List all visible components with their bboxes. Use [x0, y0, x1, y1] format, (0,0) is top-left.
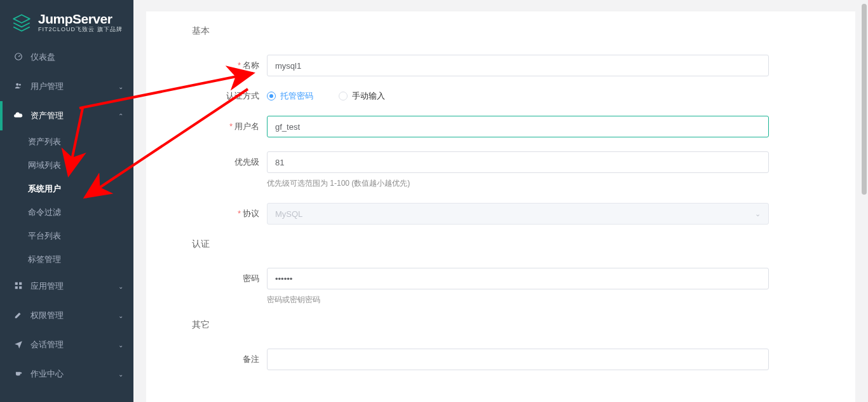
- auth-method-radio-group: 托管密码 手动输入: [267, 90, 769, 102]
- sidebar: JumpServer FIT2CLOUD飞致云 旗下品牌 仪表盘 用户管理 ⌄: [0, 0, 133, 402]
- svg-point-2: [16, 83, 18, 85]
- row-username: *用户名: [172, 116, 830, 137]
- chevron-down-icon: ⌄: [118, 283, 123, 290]
- sidebar-nav: 仪表盘 用户管理 ⌄ 资产管理 ⌃ 资产列表 网域列表 系统用户 命令过: [0, 43, 133, 389]
- priority-input[interactable]: [267, 151, 769, 173]
- sidebar-sub-domain-list[interactable]: 网域列表: [0, 154, 133, 177]
- brand-block[interactable]: JumpServer FIT2CLOUD飞致云 旗下品牌: [0, 0, 133, 43]
- sidebar-item-assets[interactable]: 资产管理 ⌃: [0, 101, 133, 130]
- sidebar-label: 作业中心: [31, 368, 64, 380]
- sidebar-item-dashboard[interactable]: 仪表盘: [0, 43, 133, 72]
- cup-icon: [14, 369, 24, 380]
- row-name: *名称: [172, 55, 830, 76]
- grid-icon: [14, 281, 24, 292]
- remark-input[interactable]: [267, 349, 769, 370]
- protocol-value: MySQL: [275, 209, 302, 219]
- svg-point-3: [19, 83, 21, 85]
- sidebar-item-perms[interactable]: 权限管理 ⌄: [0, 301, 133, 330]
- sidebar-sub-tag-mgmt[interactable]: 标签管理: [0, 248, 133, 272]
- label-remark: 备注: [172, 354, 267, 365]
- sidebar-label: 用户管理: [31, 81, 64, 92]
- section-auth-title: 认证: [192, 239, 830, 250]
- scrollbar[interactable]: [862, 4, 867, 398]
- scrollbar-thumb[interactable]: [862, 4, 867, 195]
- radio-manual-input[interactable]: 手动输入: [339, 90, 385, 102]
- sidebar-label: 权限管理: [31, 310, 64, 321]
- chevron-down-icon: ⌄: [118, 312, 123, 319]
- users-icon: [14, 81, 24, 92]
- sidebar-sub-platform-list[interactable]: 平台列表: [0, 225, 133, 248]
- svg-rect-7: [19, 286, 22, 289]
- sidebar-item-sessions[interactable]: 会话管理 ⌄: [0, 330, 133, 359]
- plane-icon: [14, 340, 24, 350]
- sidebar-label: 应用管理: [31, 281, 64, 292]
- row-password: 密码 密码或密钥密码: [172, 268, 830, 305]
- label-name: *名称: [172, 60, 267, 71]
- assets-icon: [14, 111, 24, 121]
- label-username: *用户名: [172, 121, 267, 132]
- section-other-title: 其它: [192, 319, 830, 331]
- main-content: 基本 *名称 认证方式 托管密码: [133, 0, 868, 402]
- sidebar-item-users[interactable]: 用户管理 ⌄: [0, 72, 133, 101]
- brand-subtitle: FIT2CLOUD飞致云 旗下品牌: [38, 25, 123, 34]
- sidebar-sub-asset-list[interactable]: 资产列表: [0, 130, 133, 154]
- username-input[interactable]: [267, 116, 769, 137]
- sidebar-item-apps[interactable]: 应用管理 ⌄: [0, 272, 133, 301]
- svg-rect-5: [19, 282, 22, 284]
- row-remark: 备注: [172, 349, 830, 370]
- chevron-down-icon: ⌄: [118, 342, 123, 349]
- password-input[interactable]: [267, 268, 769, 289]
- form-panel: 基本 *名称 认证方式 托管密码: [146, 11, 855, 402]
- chevron-down-icon: ⌄: [755, 210, 761, 218]
- section-basic-title: 基本: [192, 25, 830, 37]
- priority-hint: 优先级可选范围为 1-100 (数值越小越优先): [267, 178, 769, 189]
- chevron-down-icon: ⌄: [118, 371, 123, 378]
- label-password: 密码: [172, 268, 267, 284]
- label-priority: 优先级: [172, 151, 267, 168]
- brand-logo-icon: [11, 13, 32, 33]
- sidebar-sub-system-users[interactable]: 系统用户: [0, 177, 133, 201]
- row-priority: 优先级 优先级可选范围为 1-100 (数值越小越优先): [172, 151, 830, 189]
- row-auth-method: 认证方式 托管密码 手动输入: [172, 90, 830, 102]
- brand-title: JumpServer: [38, 11, 123, 27]
- radio-icon: [339, 92, 348, 100]
- sidebar-subnav-assets: 资产列表 网域列表 系统用户 命令过滤 平台列表 标签管理: [0, 130, 133, 272]
- password-hint: 密码或密钥密码: [267, 295, 769, 305]
- row-protocol: *协议 MySQL ⌄: [172, 203, 830, 225]
- svg-rect-4: [15, 282, 18, 284]
- name-input[interactable]: [267, 55, 769, 76]
- sidebar-item-jobs[interactable]: 作业中心 ⌄: [0, 359, 133, 389]
- svg-marker-0: [13, 15, 30, 23]
- radio-icon: [267, 92, 276, 100]
- edit-icon: [14, 310, 24, 321]
- label-protocol: *协议: [172, 208, 267, 219]
- svg-rect-6: [15, 286, 18, 289]
- chevron-up-icon: ⌃: [118, 113, 123, 120]
- dashboard-icon: [14, 52, 24, 63]
- sidebar-label: 会话管理: [31, 339, 64, 350]
- label-auth-method: 认证方式: [172, 90, 267, 102]
- radio-hosted-password[interactable]: 托管密码: [267, 90, 313, 102]
- protocol-select[interactable]: MySQL ⌄: [267, 203, 769, 225]
- chevron-down-icon: ⌄: [118, 83, 123, 90]
- sidebar-sub-cmd-filter[interactable]: 命令过滤: [0, 201, 133, 225]
- sidebar-label: 仪表盘: [31, 52, 55, 63]
- sidebar-label: 资产管理: [31, 110, 64, 121]
